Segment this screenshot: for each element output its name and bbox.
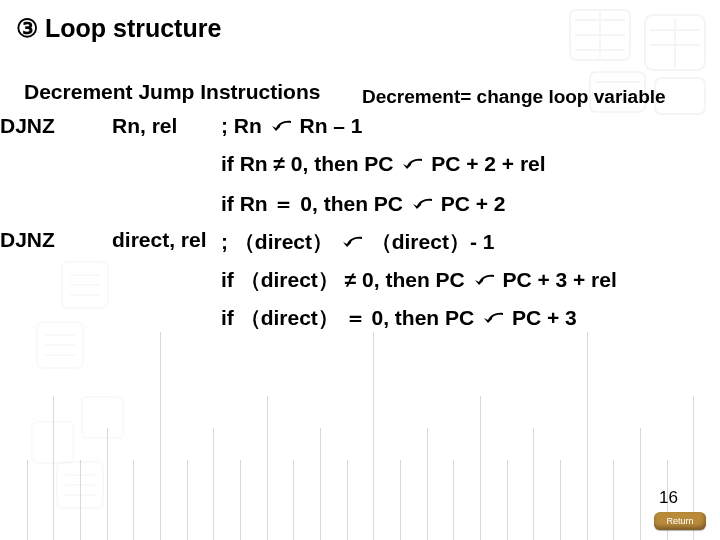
description: if Rn ＝ 0, then PC PC + 2	[221, 190, 505, 218]
assign-arrow-icon	[482, 310, 504, 324]
svg-rect-5	[37, 322, 83, 368]
description: if （direct） ≠ 0, then PC PC + 3 + rel	[221, 266, 617, 294]
svg-rect-7	[32, 422, 73, 463]
description: ; （direct） （direct）- 1	[221, 228, 494, 256]
svg-rect-8	[57, 462, 103, 508]
desc-part: PC + 2	[435, 192, 506, 215]
desc-part: PC + 2 + rel	[425, 152, 545, 175]
desc-part: （direct）- 1	[365, 230, 495, 253]
ornament-stamp	[60, 260, 110, 310]
page-number: 16	[659, 488, 678, 508]
instruction-row: DJNZ direct, rel ; （direct） （direct）- 1	[0, 228, 80, 252]
assign-arrow-icon	[270, 118, 292, 132]
assign-arrow-icon	[341, 234, 363, 248]
assign-arrow-icon	[473, 272, 495, 286]
ornament-stamp	[55, 460, 105, 510]
desc-part: if （direct） ≠ 0, then PC	[221, 268, 471, 291]
ornament-stamp	[35, 320, 85, 370]
return-button[interactable]: Return	[654, 512, 706, 530]
operands: direct, rel	[112, 228, 207, 252]
description: ; Rn Rn – 1	[221, 114, 363, 138]
desc-part: PC + 3	[506, 306, 577, 329]
desc-part: if Rn ≠ 0, then PC	[221, 152, 399, 175]
assign-arrow-icon	[411, 196, 433, 210]
desc-part: ; Rn	[221, 114, 268, 137]
ornament-stamp	[80, 395, 125, 440]
svg-rect-6	[82, 397, 123, 438]
section-subnote: Decrement= change loop variable	[362, 86, 666, 108]
instruction-row: DJNZ Rn, rel ; Rn Rn – 1	[0, 114, 80, 138]
operands: Rn, rel	[112, 114, 177, 138]
mnemonic: DJNZ	[0, 228, 80, 252]
desc-part: ; （direct）	[221, 230, 339, 253]
desc-part: if （direct） ＝ 0, then PC	[221, 306, 480, 329]
svg-rect-0	[570, 10, 630, 60]
section-heading: Decrement Jump Instructions	[24, 80, 320, 104]
assign-arrow-icon	[401, 156, 423, 170]
mnemonic: DJNZ	[0, 114, 80, 138]
desc-part: if Rn ＝ 0, then PC	[221, 192, 409, 215]
description: if （direct） ＝ 0, then PC PC + 3	[221, 304, 577, 332]
slide-title: ③ Loop structure	[16, 14, 221, 43]
desc-part: PC + 3 + rel	[497, 268, 617, 291]
desc-part: Rn – 1	[294, 114, 363, 137]
svg-rect-1	[645, 15, 705, 70]
ornament-stamp	[30, 420, 75, 465]
description: if Rn ≠ 0, then PC PC + 2 + rel	[221, 152, 546, 176]
svg-rect-4	[62, 262, 108, 308]
